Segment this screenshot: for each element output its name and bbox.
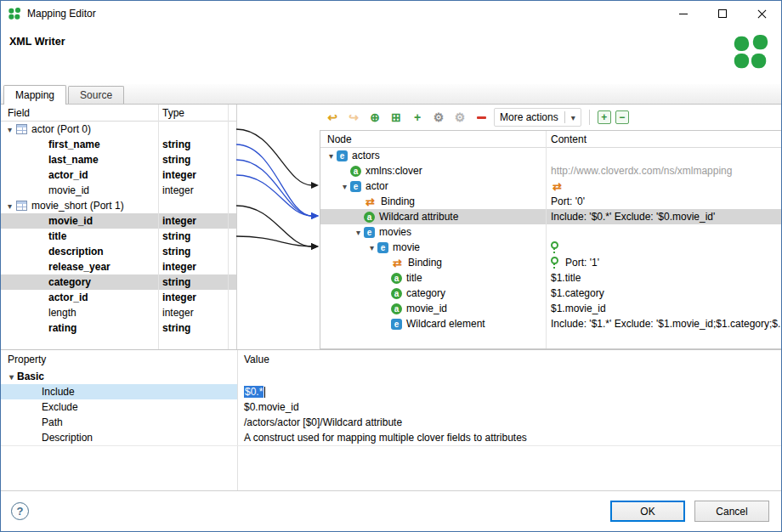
node-column-header[interactable]: Node [327,133,352,145]
property-group-basic[interactable]: Basic [1,369,781,384]
mapping-connector-arrows [236,105,321,349]
field-label: movie_short (Port 1) [31,200,124,212]
content-cell: Port: '1' [546,255,782,270]
minimize-icon [679,14,688,14]
property-rows: Include$0.*Exclude$0.movie_idPath/actors… [1,384,781,445]
add-child-element-icon[interactable]: ⊕ [366,109,383,126]
property-column-header[interactable]: Property [8,354,46,365]
key-icon [553,242,559,253]
node-row[interactable]: ⇄BindingPort: '1' [320,255,782,270]
field-row[interactable]: lengthinteger [1,305,236,320]
component-title: XML Writer [9,36,65,48]
minimize-button[interactable] [664,1,703,26]
cancel-button[interactable]: Cancel [694,501,769,522]
field-row[interactable]: ratingstring [1,320,236,336]
node-row[interactable]: acategory$1.category [320,286,782,301]
chevron-down-icon[interactable] [6,372,17,382]
field-row[interactable]: movie_idinteger [1,183,236,198]
property-row[interactable]: Include$0.* [1,384,781,399]
field-row[interactable]: actor_idinteger [1,290,236,305]
node-row[interactable]: atitle$1.title [320,270,782,286]
node-row[interactable]: amovie_id$1.movie_id [320,301,782,316]
field-row[interactable]: release_yearinteger [1,259,236,274]
window-title: Mapping Editor [27,8,96,20]
chevron-down-icon[interactable] [326,151,337,161]
node-label: movie [393,241,420,253]
field-row[interactable]: categorystring [1,274,236,290]
chevron-down-icon[interactable] [366,243,377,252]
field-label: title [48,230,66,242]
content-column-header[interactable]: Content [551,133,586,145]
maximize-button[interactable] [703,1,742,26]
content-cell: Include: '$0.*' Exclude: '$0.movie_id' [546,209,782,224]
field-label: description [48,246,104,258]
property-row[interactable]: DescriptionA construct used for mapping … [1,430,781,445]
value-column-header[interactable]: Value [244,354,269,365]
field-row[interactable]: actor_idinteger [1,167,236,183]
tab-source[interactable]: Source [68,86,124,104]
property-row[interactable]: Exclude$0.movie_id [1,399,781,415]
settings-alt-icon[interactable]: ⚙ [451,109,468,126]
clover-logo-svg [731,32,770,71]
tabbar: Mapping Source [1,84,781,105]
node-row[interactable]: eWildcard elementInclude: '$1.*' Exclude… [320,316,782,331]
node-row[interactable]: eactor⇄ [320,178,782,194]
chevron-down-icon[interactable] [353,228,364,237]
content-text: Port: '0' [551,195,585,207]
more-actions-button[interactable]: More actions [494,108,581,127]
field-row[interactable]: titlestring [1,229,236,244]
content-text: Include: '$1.*' Exclude: '$1.movie_id;$1… [551,318,782,330]
node-row[interactable]: aWildcard attributeInclude: '$0.*' Exclu… [320,209,782,224]
attribute-icon: a [350,166,361,177]
add-attribute-icon[interactable]: ⊞ [388,109,405,126]
node-row[interactable]: eactors [320,148,782,163]
node-row[interactable]: emovie [320,240,782,255]
chevron-down-icon[interactable] [4,125,15,134]
node-cell: acategory [320,286,546,301]
settings-icon[interactable]: ⚙ [430,109,447,126]
tab-mapping[interactable]: Mapping [3,85,66,105]
element-icon: e [377,242,388,253]
add-wildcard-icon[interactable]: + [409,109,426,126]
help-button[interactable]: ? [11,502,29,520]
node-row[interactable]: axmlns:cloverhttp://www.cloverdx.com/ns/… [320,163,782,178]
chevron-down-icon[interactable] [339,182,350,191]
field-column-header[interactable]: Field [8,107,30,119]
type-cell: string [162,137,230,152]
node-cell: eactor [320,178,546,194]
property-value-cell[interactable]: $0.* [237,384,781,399]
type-column-header[interactable]: Type [162,107,184,119]
field-row[interactable]: movie_idinteger [1,213,236,229]
expand-all-button[interactable]: + [598,110,611,124]
chevron-down-icon[interactable] [4,201,15,211]
node-label: Wildcard attribute [379,211,458,223]
collapse-all-button[interactable]: − [615,110,629,124]
fields-rows: actor (Port 0)first_namestringlast_names… [1,122,236,336]
field-port-row[interactable]: movie_short (Port 1) [1,198,236,213]
ok-button[interactable]: OK [610,501,685,522]
node-row[interactable]: ⇄BindingPort: '0' [320,194,782,209]
attribute-icon: a [391,303,402,314]
property-row[interactable]: Path/actors/actor [$0]/Wildcard attribut… [1,415,781,430]
close-button[interactable] [742,1,781,26]
property-group-label: Basic [17,371,44,382]
field-cell: movie_id [1,213,158,229]
field-row[interactable]: last_namestring [1,152,236,167]
mapping-main-area: Field Type actor (Port 0)first_namestrin… [1,105,781,349]
include-value-editor[interactable]: $0.* [244,386,264,398]
remove-icon[interactable] [473,109,490,126]
node-row[interactable]: emovies [320,224,782,240]
fields-table-header: Field Type [1,105,236,122]
type-cell: integer [162,183,230,198]
node-label: Binding [381,195,415,207]
field-port-row[interactable]: actor (Port 0) [1,122,236,137]
node-cell: ⇄Binding [320,194,546,209]
content-cell: http://www.cloverdx.com/ns/xmlmapping [546,163,782,178]
auto-map-icon[interactable]: ↩ [324,109,341,126]
properties-panel: Property Value Basic Include$0.*Exclude$… [1,349,781,492]
text-caret [264,387,265,398]
field-row[interactable]: first_namestring [1,137,236,152]
field-row[interactable]: descriptionstring [1,244,236,259]
map-selected-icon[interactable]: ↪ [345,109,362,126]
content-cell: ⇄ [546,178,782,194]
